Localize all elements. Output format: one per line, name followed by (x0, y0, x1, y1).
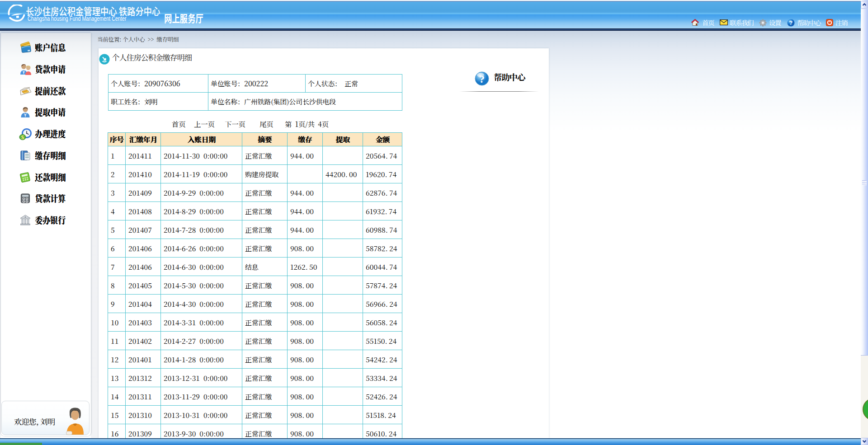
svg-text:$: $ (21, 134, 24, 141)
svg-text:?: ? (479, 73, 485, 85)
svg-text:?: ? (789, 20, 793, 26)
